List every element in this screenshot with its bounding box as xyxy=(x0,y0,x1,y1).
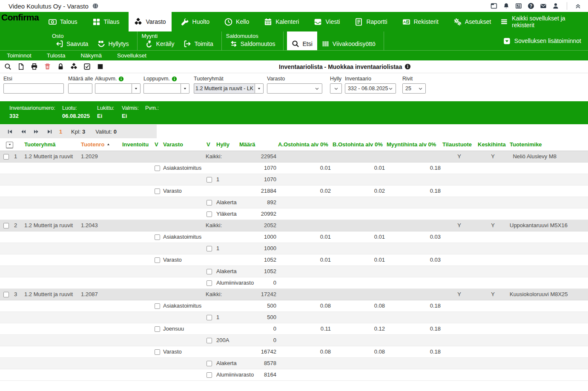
delete-button[interactable] xyxy=(44,63,51,70)
row-checkbox[interactable] xyxy=(155,234,160,240)
subnav-item-toimita[interactable]: Toimita xyxy=(179,31,218,50)
inventory-row-shelf[interactable]: Alumiinivarasto8164 xyxy=(0,369,588,380)
user-icon[interactable] xyxy=(552,3,559,9)
hylly-select[interactable] xyxy=(330,83,342,94)
col-header-tuotenro[interactable]: Tuotenro xyxy=(79,139,119,151)
col-header-keskihinta[interactable]: Keskihinta xyxy=(477,139,509,151)
tab-huolto[interactable]: Huolto xyxy=(175,12,215,31)
row-checkbox[interactable] xyxy=(155,257,160,263)
row-checkbox[interactable] xyxy=(207,200,212,205)
tab-viesti[interactable]: Viesti xyxy=(308,12,345,31)
col-header-a_ostohinta[interactable]: A.Ostohinta alv 0% xyxy=(277,139,332,151)
alkupvm-input[interactable] xyxy=(95,83,132,94)
menu-sovellukset[interactable]: Sovellukset xyxy=(117,52,146,59)
inventory-row-shelf[interactable]: Alumiinivarasto0 xyxy=(0,277,588,288)
inventory-row-warehouse[interactable]: Asiakastoimitus5000.080.080.18 xyxy=(0,300,588,311)
row-checkbox[interactable] xyxy=(3,223,9,228)
row-checkbox[interactable] xyxy=(155,303,160,309)
inventory-row-shelf[interactable]: 11070 xyxy=(0,174,588,185)
row-checkbox[interactable] xyxy=(3,292,9,297)
row-checkbox[interactable] xyxy=(207,315,212,320)
loppupvm-input[interactable] xyxy=(143,83,181,94)
row-checkbox[interactable] xyxy=(155,188,160,194)
row-checkbox[interactable] xyxy=(207,269,212,274)
tab-kello[interactable]: Kello xyxy=(219,12,255,31)
inventory-row-group[interactable]: 21.2 Mutterit ja ruuvit1.2043Kaikki:2052… xyxy=(0,220,588,231)
bell-icon[interactable] xyxy=(503,3,510,9)
menu-näkymä[interactable]: Näkymä xyxy=(81,52,102,59)
checkbox-button[interactable] xyxy=(83,63,91,70)
row-checkbox[interactable] xyxy=(207,338,212,343)
row-checkbox[interactable] xyxy=(207,361,212,366)
col-header-varasto[interactable]: Varasto xyxy=(161,139,204,151)
inventory-row-group[interactable]: 31.2 Mutterit ja ruuvit1.2087Kaikki:1724… xyxy=(0,288,588,300)
window-icon[interactable] xyxy=(490,3,497,9)
all-apps-button[interactable]: Kaikki sovellukset ja rekisterit xyxy=(500,12,588,31)
inventory-row-shelf[interactable]: 1500 xyxy=(0,311,588,323)
new-document-button[interactable] xyxy=(17,63,25,70)
page-prev-button[interactable] xyxy=(17,129,30,134)
inventory-row-warehouse[interactable]: Varasto218840.020.020.18 xyxy=(0,185,588,197)
menu-tulosta[interactable]: Tulosta xyxy=(47,52,66,59)
maara-alle-input[interactable] xyxy=(68,83,92,94)
loppupvm-dropdown-button[interactable] xyxy=(181,83,189,94)
col-header-b_ostohinta[interactable]: B.Ostohinta alv 0% xyxy=(332,139,386,151)
row-checkbox[interactable] xyxy=(155,349,160,355)
inventory-row-warehouse[interactable]: Joensuu00.110.120.18 xyxy=(0,323,588,334)
app-extra-actions-button[interactable]: Sovelluksen lisätoiminnot xyxy=(496,31,588,50)
page-first-button[interactable] xyxy=(3,129,17,134)
row-checkbox[interactable] xyxy=(207,280,212,286)
tab-rekisterit[interactable]: AZRekisterit xyxy=(397,12,444,31)
col-header-inventoitu[interactable]: Inventoitu xyxy=(119,139,152,151)
row-checkbox[interactable] xyxy=(155,166,160,171)
tuoteryhmat-input[interactable] xyxy=(194,83,255,94)
current-page[interactable]: 1 xyxy=(59,128,67,135)
inventaario-select[interactable]: 332 - 06.08.2025 xyxy=(345,83,396,94)
page-next-button[interactable] xyxy=(30,129,43,134)
print-button[interactable] xyxy=(31,63,38,70)
col-header-maara[interactable]: Määrä xyxy=(238,139,277,151)
col-header-myyntihinta[interactable]: Myyntihinta alv 0% xyxy=(386,139,442,151)
col-header-v1[interactable]: V xyxy=(152,139,161,151)
inventory-row-shelf[interactable]: Yläkerta20992 xyxy=(0,208,588,220)
boxes-button[interactable] xyxy=(70,63,77,70)
inventory-row-shelf[interactable]: Alakerta8578 xyxy=(0,357,588,369)
inventory-row-warehouse[interactable]: Varasto10520.010.010.03 xyxy=(0,254,588,265)
row-checkbox[interactable] xyxy=(155,326,160,332)
search-input[interactable] xyxy=(3,83,64,94)
col-header-tuoteryhma[interactable]: Tuoteryhmä xyxy=(20,139,79,151)
inventory-row-shelf[interactable]: 200A0 xyxy=(0,334,588,346)
tab-tilaus[interactable]: Tilaus xyxy=(87,12,125,31)
page-last-button[interactable] xyxy=(43,129,56,134)
col-header-tilaustuote[interactable]: Tilaustuote xyxy=(442,139,477,151)
collapse-icon[interactable] xyxy=(575,3,581,9)
tab-kalenteri[interactable]: Kalenteri xyxy=(258,12,304,31)
tab-varasto[interactable]: Varasto xyxy=(129,12,171,31)
inventory-row-shelf[interactable]: Alakerta1052 xyxy=(0,265,588,277)
row-checkbox[interactable] xyxy=(207,211,212,217)
tab-asetukset[interactable]: Asetukset xyxy=(448,12,496,31)
news-icon[interactable] xyxy=(515,3,522,9)
row-checkbox[interactable] xyxy=(3,154,9,160)
col-header-v2[interactable]: V xyxy=(204,139,214,151)
lock-button[interactable] xyxy=(57,63,64,70)
col-header-hylly[interactable]: Hylly xyxy=(214,139,238,151)
tab-talous[interactable]: Talous xyxy=(43,12,83,31)
inventory-row-warehouse[interactable]: Asiakastoimitus10700.010.010.18 xyxy=(0,162,588,174)
inventory-row-warehouse[interactable]: Varasto167420.080.080.18 xyxy=(0,346,588,357)
inventory-row-warehouse[interactable]: Asiakastoimitus10000.010.010.03 xyxy=(0,231,588,243)
rivit-select[interactable]: 25 xyxy=(402,83,426,94)
tab-raportti[interactable]: Raportti xyxy=(349,12,393,31)
select-all-dropdown[interactable] xyxy=(6,142,13,148)
col-header-tuotenimike[interactable]: Tuotenimike xyxy=(509,139,588,151)
inventory-row-group[interactable]: 11.2 Mutterit ja ruuvit1.2029Kaikki:2295… xyxy=(0,151,588,162)
row-checkbox[interactable] xyxy=(207,177,212,183)
search-button[interactable] xyxy=(4,63,11,70)
filled-square-button[interactable] xyxy=(97,63,104,70)
inventory-row-shelf[interactable]: 11000 xyxy=(0,243,588,254)
subnav-item-viivakoodisyöttö[interactable]: Viivakoodisyöttö xyxy=(317,31,380,50)
row-checkbox[interactable] xyxy=(207,372,212,378)
alkupvm-dropdown-button[interactable] xyxy=(132,83,141,94)
subnav-item-hyllytys[interactable]: Hyllytys xyxy=(93,31,133,50)
row-checkbox[interactable] xyxy=(207,246,212,251)
